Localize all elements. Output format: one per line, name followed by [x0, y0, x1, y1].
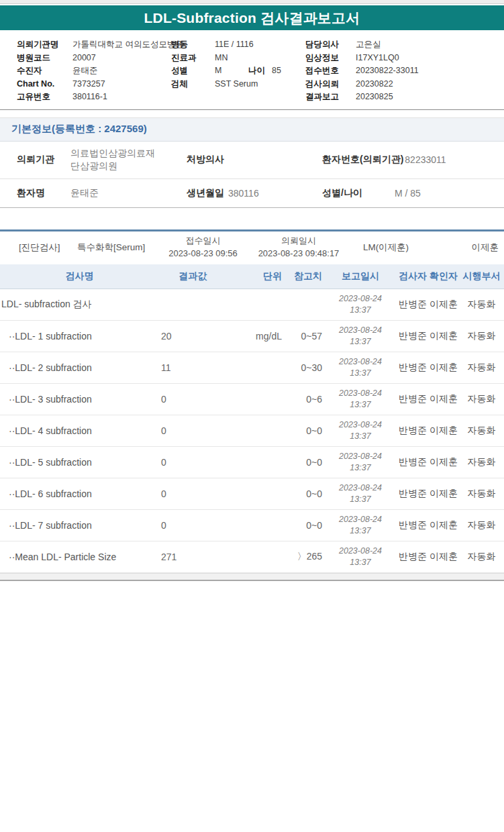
result-row: ··LDL- 1 subfraction 20 mg/dL 0~57 2023-… — [0, 321, 504, 352]
field-label-hospital-code: 병원코드 — [17, 52, 72, 65]
performing-dept: 자동화 — [459, 393, 504, 405]
col-confirmer: 확인자 — [428, 270, 459, 282]
confirmer-name: 이제훈 — [428, 456, 459, 468]
result-value: 0 — [159, 425, 226, 436]
confirmer-name: 이제훈 — [428, 488, 459, 500]
confirmer-name: 이제훈 — [428, 519, 459, 531]
field-value-sex: M — [215, 64, 248, 78]
field-value-physician: 고은실 — [356, 38, 504, 52]
tester-name: 반병준 — [397, 362, 428, 374]
field-label-department: 진료과 — [171, 52, 215, 65]
col-report-datetime: 보고일시 — [323, 270, 397, 282]
result-row: ··LDL- 6 subfraction 0 0~0 2023-08-2413:… — [0, 478, 504, 510]
request-datetime: 2023-08-23 09:48:17 — [245, 248, 352, 260]
value-sex-age: M / 85 — [395, 188, 421, 199]
field-label-age: 나이 — [248, 64, 265, 78]
result-row: ··LDL- 3 subfraction 0 0~6 2023-08-2413:… — [0, 384, 504, 415]
result-value: 0 — [159, 520, 226, 531]
field-value-ward: 11E / 1116 — [215, 38, 254, 52]
tester-name: 반병준 — [397, 551, 428, 563]
reference-range: 0~0 — [283, 488, 323, 499]
label-prescribing-doctor: 처방의사 — [187, 154, 228, 166]
test-name: ··Mean LDL- Particle Size — [0, 552, 159, 562]
patient-header: 의뢰기관명 가톨릭대학교 여의도성모병원 병동 11E / 1116 담당의사 … — [0, 30, 504, 108]
field-label-clinical-info: 임상정보 — [305, 52, 356, 65]
field-label-unique-no: 고유번호 — [17, 91, 72, 104]
test-name: ··LDL- 1 subfraction — [0, 331, 159, 342]
field-label-result-report-date: 결과보고 — [305, 91, 356, 104]
reference-range: 0~0 — [283, 520, 323, 531]
field-label-institution: 의뢰기관명 — [17, 38, 72, 52]
field-label-sex: 성별 — [171, 64, 215, 78]
performing-dept: 자동화 — [459, 519, 504, 531]
field-value-test-request-date: 20230822 — [356, 78, 504, 91]
result-row: ··LDL- 2 subfraction 11 0~30 2023-08-241… — [0, 352, 504, 384]
test-name: ··LDL- 7 subfraction — [0, 520, 159, 531]
test-name: ··LDL- 6 subfraction — [0, 488, 159, 499]
col-tester: 검사자 — [397, 270, 428, 282]
field-label-chart-no: Chart No. — [17, 78, 72, 91]
confirmer-name: 이제훈 — [428, 551, 459, 563]
field-value-chart-no: 7373257 — [72, 78, 171, 91]
report-datetime: 2023-08-2413:37 — [323, 293, 397, 316]
patient-header-row: 고유번호 380116-1 결과보고 20230825 — [17, 91, 504, 104]
performing-dept: 자동화 — [459, 362, 504, 374]
result-row: ··Mean LDL- Particle Size 271 〉265 2023-… — [0, 541, 504, 573]
order-test-group: 특수화학[Serum] — [74, 242, 161, 254]
test-name: ··LDL- 2 subfraction — [0, 362, 159, 373]
performing-dept: 자동화 — [459, 456, 504, 468]
value-ordering-institution: 의료법인삼광의료재단삼광의원 — [70, 147, 161, 172]
result-value: 0 — [159, 488, 226, 499]
report-datetime: 2023-08-2413:37 — [323, 325, 397, 348]
spacer — [0, 208, 504, 229]
order-info-bar: [진단검사] 특수화학[Serum] 접수일시 2023-08-23 09:56… — [0, 229, 504, 264]
field-value-patient: 윤태준 — [72, 64, 171, 78]
test-name: ··LDL- 5 subfraction — [0, 457, 159, 468]
field-label-ward: 병동 — [171, 38, 215, 52]
field-value-receipt-no: 20230822-33011 — [356, 64, 504, 78]
report-datetime: 2023-08-2413:37 — [323, 356, 397, 379]
receipt-datetime: 2023-08-23 09:56 — [161, 248, 245, 260]
field-label-receipt-no: 접수번호 — [305, 64, 356, 78]
field-label-patient: 수진자 — [17, 64, 72, 78]
order-category: [진단검사] — [0, 242, 74, 254]
top-strip — [0, 0, 504, 4]
result-value: 20 — [159, 331, 226, 342]
result-row: ··LDL- 5 subfraction 0 0~0 2023-08-2413:… — [0, 447, 504, 478]
field-value-department: MN — [215, 52, 248, 65]
report-datetime: 2023-08-2413:37 — [323, 451, 397, 474]
performing-dept: 자동화 — [459, 425, 504, 437]
value-birth-date: 380116 — [228, 188, 322, 199]
reference-range: 0~57 — [283, 331, 323, 342]
patient-header-row: 병원코드 20007 진료과 MN 임상정보 I17XY1LQ0 — [17, 52, 504, 65]
confirmer-name: 이제훈 — [428, 362, 459, 374]
basic-info-row: 환자명 윤태준 생년월일 380116 성별/나이 M / 85 — [0, 179, 504, 208]
col-department: 시행부서 — [459, 270, 504, 282]
test-name: LDL- subfraction 검사 — [0, 299, 159, 311]
report-datetime: 2023-08-2413:37 — [323, 388, 397, 411]
tester-name: 반병준 — [397, 330, 428, 342]
col-result: 결과값 — [159, 270, 226, 282]
field-value-hospital-code: 20007 — [72, 52, 171, 65]
reference-range: 0~0 — [283, 425, 323, 436]
col-test-name: 검사명 — [0, 270, 159, 282]
result-row: LDL- subfraction 검사 2023-08-2413:37 반병준 … — [0, 289, 504, 321]
result-value: 0 — [159, 394, 226, 405]
col-unit: 단위 — [226, 270, 283, 282]
field-value-institution: 가톨릭대학교 여의도성모병원 — [72, 38, 171, 52]
patient-header-row: Chart No. 7373257 검체 SST Serum 검사의뢰 2023… — [17, 78, 504, 91]
label-patient-number: 환자번호(의뢰기관) — [322, 154, 403, 166]
tester-name: 반병준 — [397, 456, 428, 468]
field-value-age: 85 — [272, 64, 281, 78]
divider — [0, 109, 504, 110]
confirmer-name: 이제훈 — [428, 299, 459, 311]
lab-section: LM(이제훈) — [352, 242, 419, 254]
field-label-physician: 담당의사 — [305, 38, 356, 52]
receipt-label: 접수일시 — [161, 235, 245, 248]
field-label-test-request-date: 검사의뢰 — [305, 78, 356, 91]
reference-range: 〉265 — [283, 551, 323, 563]
col-reference: 참고치 — [283, 270, 323, 282]
report-datetime: 2023-08-2413:37 — [323, 482, 397, 505]
report-page: LDL-Subfraction 검사결과보고서 의뢰기관명 가톨릭대학교 여의도… — [0, 0, 504, 581]
basic-info-section-header: 기본정보(등록번호 : 2427569) — [0, 117, 504, 142]
